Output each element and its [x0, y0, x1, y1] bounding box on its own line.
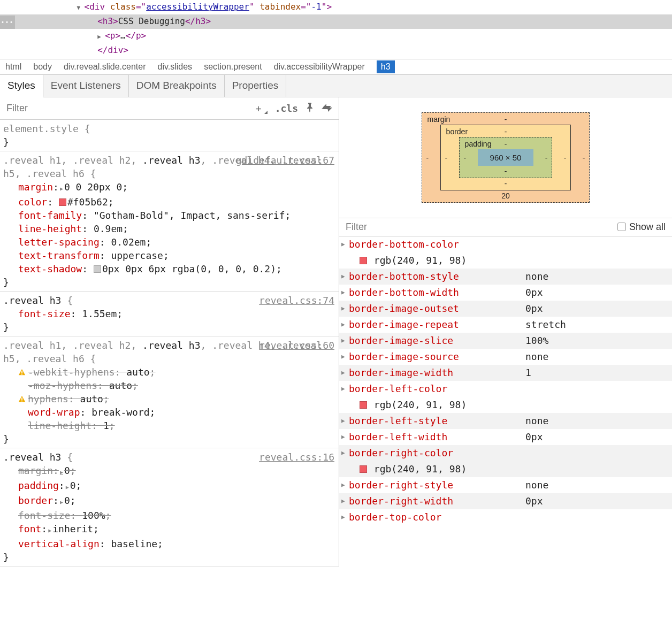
padding-left[interactable]: -: [464, 154, 467, 162]
padding-right[interactable]: -: [545, 154, 548, 162]
margin-bottom[interactable]: 20: [501, 192, 510, 200]
new-style-rule-button[interactable]: +: [256, 103, 268, 114]
expand-icon[interactable]: ▶: [341, 366, 349, 380]
css-declaration[interactable]: font:▶inherit;: [18, 522, 334, 537]
style-rule[interactable]: reveal.css:16.reveal h3 {margin:▶0;paddi…: [0, 448, 339, 567]
expand-icon[interactable]: ▶: [341, 334, 349, 348]
expand-icon[interactable]: ▶: [341, 286, 349, 300]
computed-property[interactable]: ▶border-bottom-width0px: [339, 285, 672, 301]
computed-property[interactable]: ▶border-image-outset0px: [339, 301, 672, 317]
dom-tree[interactable]: ▼<div class="accessibilityWrapper" tabin…: [0, 0, 672, 59]
dom-node-close-div[interactable]: </div>: [0, 43, 672, 57]
computed-property[interactable]: ▶border-right-width0px: [339, 493, 672, 509]
css-declaration[interactable]: line-height: 0.9em;: [18, 222, 334, 235]
dom-node-h3-selected[interactable]: ••• <h3>CSS Debugging</h3>: [0, 14, 672, 29]
breadcrumb-item[interactable]: section.present: [204, 62, 262, 72]
breadcrumb-item[interactable]: body: [33, 62, 52, 72]
computed-property[interactable]: ▶border-top-color: [339, 509, 672, 525]
css-declaration[interactable]: color: #f05b62;: [18, 195, 334, 209]
css-declaration[interactable]: hyphens: auto;: [18, 392, 334, 405]
css-declaration[interactable]: vertical-align: baseline;: [18, 537, 334, 550]
computed-property[interactable]: ▶border-bottom-color: [339, 236, 672, 252]
expand-shorthand-icon[interactable]: ▶: [60, 499, 63, 505]
style-rule[interactable]: gdidefault.css:67.reveal h1, .reveal h2,…: [0, 151, 339, 292]
css-declaration[interactable]: margin:▶0;: [18, 464, 334, 479]
toggle-classes-button[interactable]: .cls: [275, 103, 298, 114]
computed-property[interactable]: ▶border-right-stylenone: [339, 477, 672, 493]
pin-icon[interactable]: [306, 103, 314, 114]
expand-icon[interactable]: ▶: [341, 430, 349, 444]
css-declaration[interactable]: text-shadow: 0px 0px 6px rgba(0, 0, 0, 0…: [18, 262, 334, 275]
expand-icon[interactable]: ▶: [341, 382, 349, 396]
dom-node-div[interactable]: ▼<div class="accessibilityWrapper" tabin…: [0, 0, 672, 14]
breadcrumb-item[interactable]: div.accessibilityWrapper: [274, 62, 365, 72]
content-size[interactable]: 960 × 50: [478, 149, 534, 166]
styles-filter-input[interactable]: [6, 103, 248, 114]
tab-properties[interactable]: Properties: [225, 75, 287, 97]
breadcrumb-item[interactable]: h3: [377, 60, 395, 73]
expand-icon[interactable]: ▶: [341, 238, 349, 251]
css-declaration[interactable]: word-wrap: break-word;: [18, 405, 334, 419]
style-rule[interactable]: reveal.css:74.reveal h3 {font-size: 1.55…: [0, 292, 339, 336]
expand-icon[interactable]: ▶: [341, 446, 349, 460]
color-swatch[interactable]: [94, 265, 101, 273]
css-declaration[interactable]: line-height: 1;: [18, 419, 334, 432]
computed-property[interactable]: ▶border-image-repeatstretch: [339, 317, 672, 333]
expand-icon[interactable]: ▶: [341, 478, 349, 492]
padding-bottom[interactable]: -: [505, 167, 507, 175]
color-swatch[interactable]: [360, 257, 367, 264]
margin-top[interactable]: -: [505, 115, 507, 124]
expand-icon[interactable]: ▶: [341, 494, 349, 508]
box-model[interactable]: margin - - 20 - border - - - - padding -: [339, 97, 672, 218]
color-swatch[interactable]: [360, 465, 367, 473]
tab-event-listeners[interactable]: Event Listeners: [43, 75, 129, 97]
expand-icon[interactable]: ▶: [341, 302, 349, 316]
computed-property[interactable]: ▶border-image-sourcenone: [339, 349, 672, 365]
expand-icon[interactable]: ▶: [341, 318, 349, 332]
expand-icon[interactable]: ▶: [341, 270, 349, 284]
breadcrumb-item[interactable]: html: [5, 62, 21, 72]
css-declaration[interactable]: font-size: 100%;: [18, 509, 334, 522]
dom-node-p[interactable]: ▶<p>…</p>: [0, 29, 672, 43]
tab-styles[interactable]: Styles: [0, 75, 43, 97]
expand-shorthand-icon[interactable]: ▶: [60, 469, 63, 475]
expand-shorthand-icon[interactable]: ▶: [48, 527, 51, 533]
expand-icon[interactable]: ▶: [341, 510, 349, 524]
css-declaration[interactable]: padding:▶0;: [18, 479, 334, 494]
computed-property[interactable]: ▶border-right-color: [339, 445, 672, 461]
computed-filter-input[interactable]: [346, 221, 617, 233]
css-declaration[interactable]: border:▶0;: [18, 494, 334, 509]
computed-property[interactable]: ▶border-left-color: [339, 381, 672, 397]
expand-icon[interactable]: ▶: [341, 414, 349, 428]
computed-property[interactable]: ▶border-bottom-stylenone: [339, 269, 672, 285]
css-declaration[interactable]: -moz-hyphens: auto;: [18, 379, 334, 392]
css-declaration[interactable]: letter-spacing: 0.02em;: [18, 235, 334, 249]
css-declaration[interactable]: margin:▶0 0 20px 0;: [18, 180, 334, 195]
expand-shorthand-icon[interactable]: ▶: [60, 186, 63, 192]
expand-shorthand-icon[interactable]: ▶: [66, 484, 69, 490]
computed-property[interactable]: ▶border-image-slice100%: [339, 333, 672, 349]
margin-left[interactable]: -: [426, 154, 429, 162]
style-rule[interactable]: reveal.css:60.reveal h1, .reveal h2, .re…: [0, 336, 339, 448]
border-top[interactable]: -: [505, 127, 507, 136]
source-link[interactable]: reveal.css:74: [259, 294, 334, 307]
breadcrumb-item[interactable]: div.reveal.slide.center: [64, 62, 146, 72]
selector[interactable]: element.style {: [3, 122, 334, 135]
border-right[interactable]: -: [564, 154, 567, 162]
color-swatch[interactable]: [59, 198, 66, 206]
source-link[interactable]: reveal.css:16: [259, 450, 334, 464]
show-all-checkbox[interactable]: Show all: [617, 221, 666, 233]
computed-property[interactable]: ▶border-image-width1: [339, 365, 672, 381]
breadcrumb-item[interactable]: div.slides: [158, 62, 193, 72]
css-declaration[interactable]: text-transform: uppercase;: [18, 249, 334, 262]
computed-property[interactable]: ▶border-left-width0px: [339, 429, 672, 445]
color-swatch[interactable]: [360, 401, 367, 409]
css-declaration[interactable]: -webkit-hyphens: auto;: [18, 365, 334, 379]
source-link[interactable]: reveal.css:60: [259, 339, 334, 352]
expand-icon[interactable]: ▶: [97, 30, 105, 43]
margin-right[interactable]: -: [583, 154, 585, 162]
border-left[interactable]: -: [445, 154, 448, 162]
element-state-icon[interactable]: [322, 103, 332, 114]
source-link[interactable]: gdidefault.css:67: [236, 154, 334, 167]
border-bottom[interactable]: -: [505, 179, 507, 188]
